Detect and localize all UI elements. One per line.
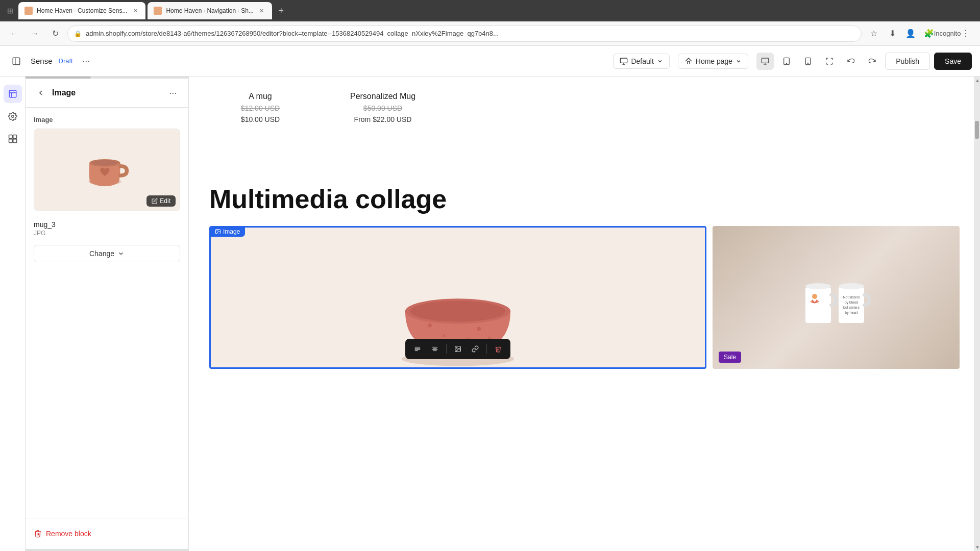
remove-block-button[interactable]: Remove block xyxy=(34,527,180,541)
pencil-icon xyxy=(152,198,158,204)
image-small-icon xyxy=(215,229,221,235)
scrollbar-thumb xyxy=(975,121,979,139)
desktop-view-button[interactable] xyxy=(756,53,774,70)
svg-point-4 xyxy=(786,63,787,63)
delete-toolbar-button[interactable] xyxy=(491,342,505,356)
download-icon[interactable]: ⬇ xyxy=(884,26,900,42)
product-2-title: Personalized Mug xyxy=(350,92,415,101)
draft-badge[interactable]: Draft xyxy=(59,57,73,65)
change-image-button[interactable]: Change xyxy=(34,245,180,262)
toolbar-sep-2 xyxy=(486,344,487,354)
product-1-title: A mug xyxy=(249,92,272,101)
tab-group-btn[interactable]: ⊞ xyxy=(4,5,16,17)
save-button[interactable]: Save xyxy=(934,53,972,70)
preview-scrollbar[interactable]: ▲ ▼ xyxy=(974,77,980,551)
scroll-down-arrow[interactable]: ▼ xyxy=(974,543,980,551)
expand-view-button[interactable] xyxy=(821,53,838,70)
incognito-icon[interactable]: Incognito xyxy=(939,26,955,42)
image-toolbar-button[interactable] xyxy=(451,342,465,356)
product-card-1: A mug $12.00 USD $10.00 USD xyxy=(209,92,311,123)
browser-tab-2[interactable]: Home Haven · Navigation · Sh... ✕ xyxy=(148,2,272,19)
image-section-label: Image xyxy=(34,116,180,123)
link-toolbar-button[interactable] xyxy=(468,342,482,356)
chevron-down-icon xyxy=(657,58,663,64)
panel-title: Image xyxy=(52,88,162,97)
panel-options-button[interactable]: ··· xyxy=(166,86,180,100)
page-selector[interactable]: Home page xyxy=(678,54,748,69)
nav-right-buttons: ☆ ⬇ 👤 🧩 Incognito ⋮ xyxy=(866,26,974,42)
tab-2-close[interactable]: ✕ xyxy=(258,7,266,15)
back-button[interactable]: ← xyxy=(6,26,22,42)
change-label: Change xyxy=(89,249,114,258)
svg-point-38 xyxy=(805,283,831,289)
profile-icon[interactable]: 👤 xyxy=(902,26,919,42)
tab-2-favicon xyxy=(154,7,162,15)
sidebar-toggle-button[interactable] xyxy=(8,53,24,69)
apps-icon xyxy=(8,134,17,143)
tab-1-close[interactable]: ✕ xyxy=(131,7,139,15)
app-header: Sense Draft ··· Default xyxy=(0,46,980,77)
tab-2-title: Home Haven · Navigation · Sh... xyxy=(166,7,253,14)
panel-back-button[interactable] xyxy=(34,86,48,100)
align-center-toolbar-button[interactable] xyxy=(428,342,442,356)
collage-side-image[interactable]: Not sisters by blood but sisters by hear… xyxy=(713,226,960,369)
edit-image-button[interactable]: Edit xyxy=(146,195,176,207)
url-text: admin.shopify.com/store/de8143-a6/themes… xyxy=(86,30,855,37)
collage-title: Multimedia collage xyxy=(209,185,960,214)
collage-images: Image xyxy=(209,226,960,369)
svg-rect-12 xyxy=(13,139,16,143)
image-label-tag: Image xyxy=(210,227,245,237)
scrollbar-track[interactable] xyxy=(974,84,980,543)
svg-rect-40 xyxy=(839,287,864,323)
redo-icon xyxy=(868,57,876,65)
image-preview-container: Edit xyxy=(34,129,180,211)
mobile-view-button[interactable] xyxy=(799,53,817,70)
svg-text:Not sisters: Not sisters xyxy=(843,295,860,299)
section-spacer xyxy=(209,144,960,174)
undo-button[interactable] xyxy=(842,53,860,70)
browser-nav-bar: ← → ↻ 🔒 admin.shopify.com/store/de8143-a… xyxy=(0,21,980,46)
redo-button[interactable] xyxy=(864,53,881,70)
header-more-button[interactable]: ··· xyxy=(79,54,93,68)
svg-point-21 xyxy=(428,323,432,328)
forward-button[interactable]: → xyxy=(27,26,43,42)
panel-header: Image ··· xyxy=(26,79,188,108)
svg-text:but sisters: but sisters xyxy=(843,306,860,309)
gear-icon xyxy=(8,112,17,121)
tablet-view-button[interactable] xyxy=(778,53,795,70)
default-label: Default xyxy=(631,57,653,65)
panel-content: Image xyxy=(26,108,188,321)
reload-button[interactable]: ↻ xyxy=(47,26,63,42)
default-selector[interactable]: Default xyxy=(613,54,669,69)
address-bar[interactable]: 🔒 admin.shopify.com/store/de8143-a6/them… xyxy=(67,26,862,42)
svg-rect-1 xyxy=(621,58,627,63)
image-type: JPG xyxy=(34,230,180,237)
link-icon xyxy=(472,345,479,353)
preview-content: A mug $12.00 USD $10.00 USD Personalized… xyxy=(189,77,980,551)
sidebar-icon-strip xyxy=(0,77,26,551)
sections-icon-button[interactable] xyxy=(4,85,22,103)
publish-button[interactable]: Publish xyxy=(885,53,930,70)
preview-area[interactable]: A mug $12.00 USD $10.00 USD Personalized… xyxy=(189,77,980,551)
svg-rect-9 xyxy=(9,135,12,139)
bookmark-star-icon[interactable]: ☆ xyxy=(866,26,882,42)
scroll-up-arrow[interactable]: ▲ xyxy=(974,77,980,84)
main-content: Image ··· Image xyxy=(0,77,980,551)
product-1-original-price: $12.00 USD xyxy=(241,104,280,112)
desktop-icon xyxy=(761,57,769,65)
mobile-icon xyxy=(804,57,812,65)
svg-point-15 xyxy=(91,160,117,166)
tab-1-favicon xyxy=(24,7,33,15)
browser-menu[interactable]: ⋮ xyxy=(958,26,974,42)
edit-label: Edit xyxy=(160,197,170,205)
align-left-toolbar-button[interactable] xyxy=(410,342,425,356)
new-tab-button[interactable]: + xyxy=(274,4,288,18)
apps-icon-button[interactable] xyxy=(4,130,22,148)
svg-point-39 xyxy=(812,294,817,299)
browser-tab-1[interactable]: Home Haven · Customize Sens... ✕ xyxy=(18,2,145,19)
product-2-original-price: $50.00 USD xyxy=(363,104,402,112)
panel-scroll-top xyxy=(26,77,188,79)
svg-point-8 xyxy=(11,115,14,118)
settings-icon-button[interactable] xyxy=(4,107,22,126)
collage-main-image[interactable]: Image xyxy=(209,226,706,369)
